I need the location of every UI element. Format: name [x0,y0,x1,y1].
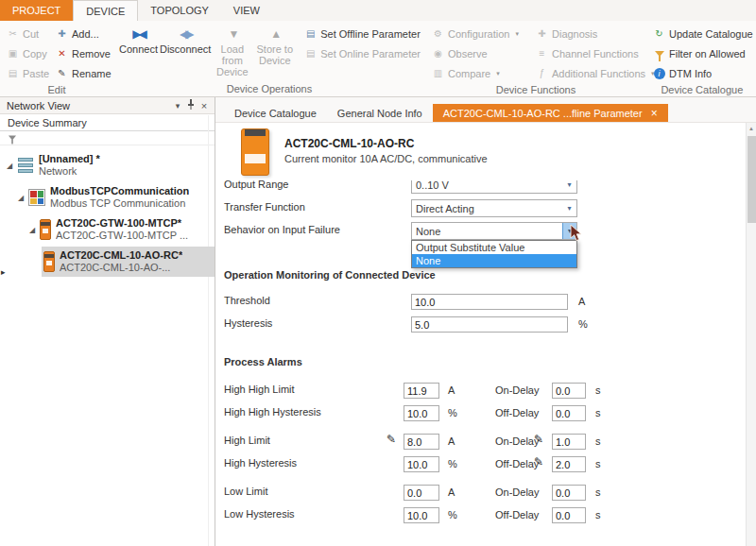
channel-functions-button[interactable]: ≡ Channel Functions [533,43,648,63]
device-tree: ◢ [Unnamed] * Network ◢ ModbusTCPCommuni… [0,145,215,277]
behavior-on-input-failure-label: Behavior on Input Failure [224,224,340,235]
monitoring-section-heading: Operation Monitoring of Connected Device [224,269,756,284]
observe-button[interactable]: ◉ Observe [429,43,533,63]
window-position-icon[interactable]: ▾ [171,101,184,111]
paste-icon: ▤ [7,68,19,78]
alarm-value-input[interactable] [404,485,439,501]
device-module-icon [43,251,55,272]
panel-collapse-arrow[interactable]: ▸ [1,267,6,277]
threshold-input[interactable] [411,294,568,310]
copy-button[interactable]: ▣ Copy [4,43,53,63]
close-panel-icon[interactable]: × [198,100,211,111]
hysteresis-input[interactable] [411,316,568,333]
tree-item-title: [Unnamed] * [39,153,100,165]
dropdown-arrow-icon[interactable]: ▾ [562,200,576,216]
ribbon-tab-device[interactable]: DEVICE [73,0,138,21]
delay-value-input[interactable] [552,456,586,472]
alarm-row-low-hysteresis: Low Hysteresis % Off-Delay s [215,503,756,526]
configuration-button[interactable]: ⚙ Configuration ▾ [429,24,533,43]
tab-general-node-info[interactable]: General Node Info [327,104,433,122]
application-window: PROJECT DEVICE TOPOLOGY VIEW ✂ Cut ▣ Cop… [0,0,756,546]
cut-button[interactable]: ✂ Cut [4,24,53,43]
dropdown-option-none[interactable]: None [412,254,576,267]
tree-filter-row[interactable] [0,131,215,145]
set-online-parameter-icon: ▤ [304,48,317,59]
update-catalogue-button[interactable]: ↻ Update Catalogue [650,24,756,43]
tree-item-modbus[interactable]: ◢ ModbusTCPCommunication Modbus TCP Comm… [0,182,215,213]
alarm-unit: A [448,384,455,396]
compare-button[interactable]: ▥ Compare ▾ [429,63,533,83]
delay-value-input[interactable] [552,383,586,399]
rename-button[interactable]: ✎ Rename [53,63,112,83]
dropdown-arrow-icon[interactable]: ▾ [562,180,576,193]
tree-item-act20c-cml[interactable]: ACT20C-CML-10-AO-RC* ACT20C-CML-10-AO-..… [0,247,215,277]
selected-tree-row[interactable]: ACT20C-CML-10-AO-RC* ACT20C-CML-10-AO-..… [42,247,215,277]
ribbon-tab-project[interactable]: PROJECT [0,0,73,21]
dtm-info-button[interactable]: i DTM Info [650,63,756,83]
alarm-row-low-limit: Low Limit A On-Delay s [215,481,756,503]
alarm-label: Low Hysteresis [224,508,295,520]
store-to-device-button[interactable]: ▲ Store to Device [253,24,296,82]
dropdown-option-output-substitute-value[interactable]: Output Substitute Value [412,241,576,254]
device-description: Current monitor 10A AC/DC, communicative [284,153,488,164]
output-range-select[interactable]: 0..10 V ▾ [411,180,577,194]
connect-icon: ▶◀ [132,25,144,43]
ribbon-group-label-device-catalogue: Device Catalogue [646,83,756,96]
disconnect-button[interactable]: ◀▶ Disconnect [160,24,211,82]
set-online-parameter-button[interactable]: ▤ Set Online Parameter [301,43,423,63]
alarm-value-input[interactable] [404,456,439,472]
delay-value-input[interactable] [552,405,586,421]
close-tab-icon[interactable]: × [651,108,658,119]
delay-value-input[interactable] [552,434,586,450]
behavior-on-input-failure-select[interactable]: None ▾ [411,222,577,240]
connect-button[interactable]: ▶◀ Connect [117,24,160,82]
vertical-scrollbar[interactable]: ▲ [746,123,756,546]
delay-value-input[interactable] [552,485,586,501]
tree-item-gateway[interactable]: ◢ ACT20C-GTW-100-MTCP* ACT20C-GTW-100-MT… [0,214,215,245]
alarm-value-input[interactable] [404,434,439,450]
device-header: ACT20C-CML-10-AO-RC Current monitor 10A … [215,123,756,180]
diagnosis-button[interactable]: ✚ Diagnosis [533,24,648,43]
tab-offline-parameter[interactable]: ACT20C-CML-10-AO-RC ...fline Parameter × [433,104,668,122]
scrollbar-thumb[interactable] [747,136,756,223]
ribbon-tab-view[interactable]: VIEW [221,0,272,21]
paste-button[interactable]: ▤ Paste [4,63,53,83]
delay-label: Off-Delay [495,407,539,418]
add-button[interactable]: ✚ Add... [53,24,112,43]
tree-item-network[interactable]: ◢ [Unnamed] * Network [0,150,215,180]
filter-on-allowed-button[interactable]: Filter on Allowed [650,43,756,63]
ribbon-group-edit: ✂ Cut ▣ Copy ▤ Paste ✚ Add... ✕ Remove [0,21,113,96]
transfer-function-select[interactable]: Direct Acting ▾ [411,199,577,217]
delay-label: On-Delay [495,384,539,396]
tree-expander-icon[interactable]: ◢ [26,226,38,234]
threshold-row: Threshold A [215,290,756,313]
alarm-value-input[interactable] [404,507,439,523]
modbus-protocol-icon [28,189,45,206]
alarm-value-input[interactable] [404,383,439,399]
set-offline-parameter-button[interactable]: ▤ Set Offline Parameter [301,24,423,43]
device-name: ACT20C-CML-10-AO-RC [284,137,488,150]
load-from-device-button[interactable]: ▼ Load from Device [211,24,253,82]
channel-functions-icon: ≡ [536,48,548,59]
threshold-label: Threshold [224,295,270,306]
additional-functions-button[interactable]: ƒ Additional Functions ▾ [533,63,648,83]
pin-icon[interactable] [184,99,198,111]
remove-button[interactable]: ✕ Remove [53,43,112,63]
delay-label: On-Delay [495,435,539,447]
tab-device-catalogue[interactable]: Device Catalogue [224,104,327,122]
alarm-value-input[interactable] [404,405,439,421]
ribbon-group-device-functions: ⚙ Configuration ▾ ◉ Observe ▥ Compare ▾ … [425,21,646,96]
ribbon-tab-topology[interactable]: TOPOLOGY [138,0,221,21]
panel-header: Network View ▾ × [0,97,215,114]
tree-expander-icon[interactable]: ◢ [15,194,26,202]
delay-unit: s [595,384,601,396]
scroll-up-icon[interactable]: ▲ [747,123,756,134]
tree-expander-icon[interactable]: ◢ [4,162,15,170]
tree-item-title: ACT20C-GTW-100-MTCP* [56,217,188,230]
process-alarms-heading: Process Alarms [224,356,756,371]
delay-value-input[interactable] [552,507,586,523]
delay-unit: s [595,458,601,469]
parameter-form: Output Range 0..10 V ▾ Transfer Function… [215,180,756,526]
ribbon-group-label-device-operations: Device Operations [113,82,425,96]
filter-icon [9,136,16,141]
